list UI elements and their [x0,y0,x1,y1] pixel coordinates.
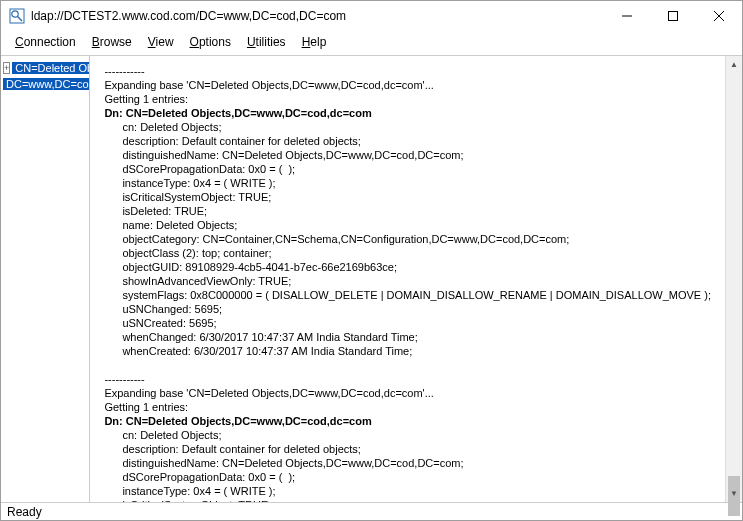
window-controls [604,1,742,31]
maximize-button[interactable] [650,1,696,31]
attr-line: isCriticalSystemObject: TRUE; [104,190,711,204]
attr-line: cn: Deleted Objects; [104,120,711,134]
scroll-down-icon[interactable]: ▼ [726,485,742,502]
detail-pane[interactable]: -----------Expanding base 'CN=Deleted Ob… [90,56,725,502]
getting-line: Getting 1 entries: [104,400,711,414]
attr-line: distinguishedName: CN=Deleted Objects,DC… [104,148,711,162]
attr-line: whenCreated: 6/30/2017 10:47:37 AM India… [104,344,711,358]
minimize-button[interactable] [604,1,650,31]
attr-line: distinguishedName: CN=Deleted Objects,DC… [104,456,711,470]
statusbar: Ready [1,502,742,520]
tree-label[interactable]: CN=Deleted Objects, [12,62,90,74]
expand-icon[interactable]: + [3,62,10,74]
menu-view[interactable]: View [140,33,182,51]
attr-line: isCriticalSystemObject: TRUE; [104,498,711,502]
menu-utilities[interactable]: Utilities [239,33,294,51]
attr-line: cn: Deleted Objects; [104,428,711,442]
vertical-scrollbar[interactable]: ▲ ▼ [725,56,742,502]
dn-line: Dn: CN=Deleted Objects,DC=www,DC=cod,dc=… [104,414,711,428]
menu-options[interactable]: Options [182,33,239,51]
window-title: ldap://DCTEST2.www.cod.com/DC=www,DC=cod… [31,9,604,23]
svg-rect-4 [669,12,678,21]
menu-connection[interactable]: Connection [7,33,84,51]
titlebar: ldap://DCTEST2.www.cod.com/DC=www,DC=cod… [1,1,742,31]
scroll-up-icon[interactable]: ▲ [726,56,742,73]
attr-line: instanceType: 0x4 = ( WRITE ); [104,176,711,190]
attr-line: dSCorePropagationData: 0x0 = ( ); [104,162,711,176]
menu-help[interactable]: Help [294,33,335,51]
tree-pane[interactable]: + CN=Deleted Objects, DC=www,DC=cod,dc=c… [1,56,90,502]
tree-node-child[interactable]: DC=www,DC=cod,dc=com [3,76,87,92]
separator-line: ----------- [104,64,711,78]
detail-wrap: -----------Expanding base 'CN=Deleted Ob… [90,56,742,502]
attr-line: objectCategory: CN=Container,CN=Schema,C… [104,232,711,246]
attr-line: whenChanged: 6/30/2017 10:47:37 AM India… [104,330,711,344]
content-area: + CN=Deleted Objects, DC=www,DC=cod,dc=c… [1,55,742,502]
attr-line: instanceType: 0x4 = ( WRITE ); [104,484,711,498]
attr-line: name: Deleted Objects; [104,218,711,232]
close-button[interactable] [696,1,742,31]
attr-line: description: Default container for delet… [104,442,711,456]
getting-line: Getting 1 entries: [104,92,711,106]
dn-line: Dn: CN=Deleted Objects,DC=www,DC=cod,dc=… [104,106,711,120]
attr-line: showInAdvancedViewOnly: TRUE; [104,274,711,288]
expand-line: Expanding base 'CN=Deleted Objects,DC=ww… [104,386,711,400]
app-icon [9,8,25,24]
status-text: Ready [7,505,42,519]
menubar: Connection Browse View Options Utilities… [1,31,742,55]
attr-line: isDeleted: TRUE; [104,204,711,218]
separator-line: ----------- [104,372,711,386]
menu-browse[interactable]: Browse [84,33,140,51]
expand-line: Expanding base 'CN=Deleted Objects,DC=ww… [104,78,711,92]
tree-node-root[interactable]: + CN=Deleted Objects, [3,60,87,76]
attr-line: uSNChanged: 5695; [104,302,711,316]
attr-line: systemFlags: 0x8C000000 = ( DISALLOW_DEL… [104,288,711,302]
attr-line: objectGUID: 89108929-4cb5-4041-b7ec-66e2… [104,260,711,274]
attr-line: objectClass (2): top; container; [104,246,711,260]
attr-line: uSNCreated: 5695; [104,316,711,330]
attr-line: description: Default container for delet… [104,134,711,148]
tree-label[interactable]: DC=www,DC=cod,dc=com [3,78,90,90]
attr-line: dSCorePropagationData: 0x0 = ( ); [104,470,711,484]
